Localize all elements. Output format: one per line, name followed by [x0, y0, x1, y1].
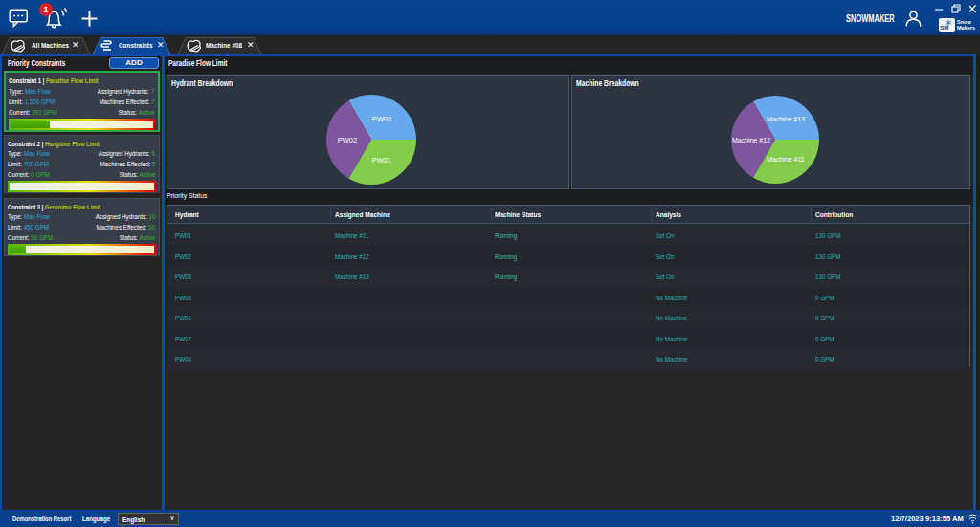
svg-text:PW01: PW01 [372, 156, 391, 165]
svg-text:Machine #11: Machine #11 [767, 156, 805, 163]
svg-text:SM: SM [941, 25, 949, 31]
svg-text:Machine #12: Machine #12 [732, 137, 770, 143]
svg-text:PW02: PW02 [338, 136, 357, 144]
svg-text:Machine #13: Machine #13 [767, 116, 805, 122]
svg-text:PW03: PW03 [372, 115, 391, 123]
